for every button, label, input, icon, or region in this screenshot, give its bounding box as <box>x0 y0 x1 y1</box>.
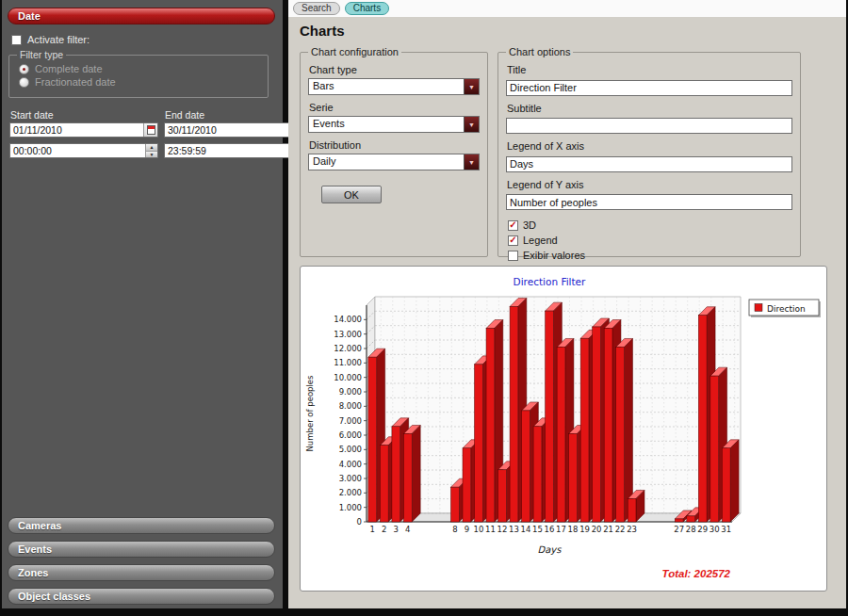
subtitle-input[interactable] <box>506 118 792 134</box>
svg-text:9: 9 <box>465 525 469 534</box>
radio-complete-date-label: Complete date <box>35 63 103 74</box>
svg-text:29: 29 <box>697 525 708 534</box>
distribution-value: Daily <box>309 154 464 170</box>
title-label: Title <box>507 64 792 75</box>
tab-charts[interactable]: Charts <box>345 2 389 15</box>
sidebar: Date Activate filter: Filter type Comple… <box>2 0 283 608</box>
svg-text:Direction: Direction <box>767 304 806 314</box>
sidebar-section-cameras[interactable]: Cameras <box>8 517 275 534</box>
end-time-input[interactable] <box>165 144 300 157</box>
svg-text:20: 20 <box>592 525 602 534</box>
svg-text:11.000: 11.000 <box>334 358 362 367</box>
x-axis-legend-input[interactable] <box>506 156 792 172</box>
svg-text:2: 2 <box>382 525 386 534</box>
activate-filter-label: Activate filter: <box>27 34 90 45</box>
svg-text:0: 0 <box>357 517 362 527</box>
svg-text:Number of peoples: Number of peoples <box>305 375 315 452</box>
checkbox-show-values-row: Exibir valores <box>508 250 792 261</box>
sidebar-accordion: Cameras Events Zones Object classes <box>8 517 275 605</box>
radio-button-icon[interactable] <box>19 64 29 74</box>
svg-text:7.000: 7.000 <box>339 416 362 426</box>
serie-select[interactable]: Events ▼ <box>308 116 480 133</box>
svg-text:1: 1 <box>370 525 375 534</box>
svg-text:Days: Days <box>538 544 563 556</box>
activate-filter-row: Activate filter: <box>11 34 90 45</box>
svg-text:10.000: 10.000 <box>334 373 362 382</box>
chart-total: Total: 202572 <box>662 568 730 579</box>
page-title: Charts <box>300 23 837 39</box>
svg-text:17: 17 <box>556 525 566 534</box>
y-axis-legend-input[interactable] <box>506 194 792 210</box>
start-time-field: ▲▼ <box>9 143 158 158</box>
svg-text:3.000: 3.000 <box>339 474 362 483</box>
x-axis-legend-label: Legend of X axis <box>507 140 792 152</box>
sidebar-section-object-classes[interactable]: Object classes <box>8 588 275 605</box>
distribution-select[interactable]: Daily ▼ <box>308 154 480 170</box>
svg-text:14: 14 <box>521 525 531 534</box>
svg-text:8.000: 8.000 <box>339 401 362 411</box>
chart-legend: Direction <box>749 300 821 317</box>
svg-text:18: 18 <box>568 525 579 534</box>
config-boxes: Chart configuration Chart type Bars ▼ Se… <box>300 46 837 257</box>
svg-text:28: 28 <box>686 525 696 534</box>
checkbox-3d[interactable] <box>508 220 518 231</box>
sidebar-section-events[interactable]: Events <box>8 541 275 558</box>
bar-day-22 <box>616 338 633 522</box>
chevron-down-icon[interactable]: ▼ <box>464 154 479 170</box>
radio-fractionated-date-label: Fractionated date <box>35 76 116 88</box>
chart-options-legend: Chart options <box>506 46 573 57</box>
radio-button-icon[interactable] <box>19 77 29 88</box>
chart-type-select[interactable]: Bars ▼ <box>308 78 480 95</box>
svg-text:11: 11 <box>485 525 496 534</box>
chart-configuration-group: Chart configuration Chart type Bars ▼ Se… <box>300 46 488 257</box>
svg-text:21: 21 <box>603 525 613 534</box>
radio-complete-date[interactable]: Complete date <box>19 63 262 74</box>
filter-type-legend: Filter type <box>17 49 66 60</box>
serie-value: Events <box>309 117 464 132</box>
charts-panel: Charts Chart configuration Chart type Ba… <box>288 17 846 608</box>
calendar-glyph <box>147 125 155 135</box>
app-window: Date Activate filter: Filter type Comple… <box>0 0 848 616</box>
title-input[interactable] <box>506 80 792 96</box>
checkbox-legend-label: Legend <box>523 235 558 246</box>
svg-text:14.000: 14.000 <box>334 315 362 324</box>
calendar-icon[interactable] <box>143 123 157 137</box>
spinner-up-icon[interactable]: ▲ <box>146 144 157 152</box>
spinner-down-icon[interactable]: ▼ <box>146 152 157 158</box>
bar-day-31 <box>722 440 739 522</box>
svg-text:4.000: 4.000 <box>339 460 362 469</box>
ok-button[interactable]: OK <box>321 186 382 203</box>
svg-text:15: 15 <box>532 525 543 534</box>
time-spinner[interactable]: ▲▼ <box>145 144 157 157</box>
svg-text:23: 23 <box>627 525 637 534</box>
end-date-input[interactable] <box>165 123 298 137</box>
svg-text:22: 22 <box>615 525 626 534</box>
svg-text:1.000: 1.000 <box>339 503 362 512</box>
activate-filter-checkbox[interactable] <box>11 35 22 45</box>
checkbox-legend[interactable] <box>508 235 518 246</box>
chart-type-value: Bars <box>309 79 464 94</box>
serie-label: Serie <box>309 102 480 113</box>
sidebar-section-zones[interactable]: Zones <box>8 564 275 581</box>
chevron-down-icon[interactable]: ▼ <box>464 79 479 94</box>
chevron-down-icon[interactable]: ▼ <box>464 117 479 132</box>
start-date-field <box>9 122 158 138</box>
chart-options-group: Chart options Title Subtitle Legend of X… <box>497 46 801 257</box>
svg-text:16: 16 <box>545 525 555 534</box>
tab-search[interactable]: Search <box>293 2 340 15</box>
sidebar-section-date[interactable]: Date <box>8 8 275 24</box>
start-date-input[interactable] <box>10 123 143 137</box>
svg-text:3: 3 <box>394 525 399 534</box>
tabs-bar: Search Charts <box>288 0 846 17</box>
main-area: Search Charts Charts Chart configuration… <box>288 0 846 608</box>
svg-text:19: 19 <box>579 525 590 534</box>
start-time-input[interactable] <box>10 144 145 157</box>
checkbox-show-values[interactable] <box>508 251 518 261</box>
svg-text:10: 10 <box>473 525 483 534</box>
date-range-controls: Start date ▲▼ End date ▲▼ <box>9 109 275 164</box>
subtitle-label: Subtitle <box>507 103 792 114</box>
radio-fractionated-date[interactable]: Fractionated date <box>19 76 262 88</box>
checkbox-3d-row: 3D <box>508 219 792 231</box>
svg-text:13.000: 13.000 <box>334 330 362 339</box>
checkbox-3d-label: 3D <box>523 219 536 231</box>
